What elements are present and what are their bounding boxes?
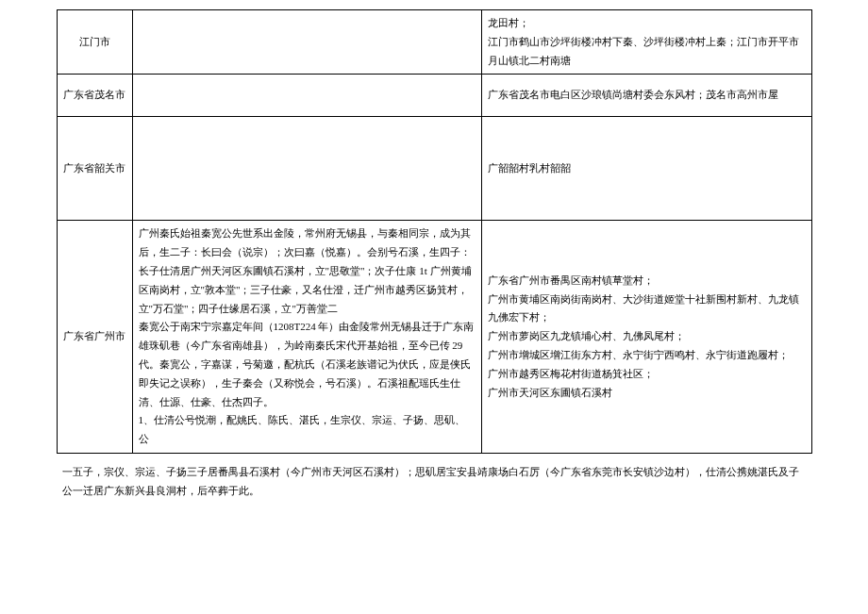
distribution-cell: 广东省茂名市电白区沙琅镇尚塘村委会东风村；茂名市高州市屋 [481,75,811,117]
distribution-cell: 广东省广州市番禺区南村镇草堂村；广州市黄埔区南岗街南岗村、大沙街道姬堂十社新围村… [481,221,811,454]
history-cell [132,10,481,75]
history-cell [132,75,481,117]
region-cell: 江门市 [57,10,132,75]
table-row: 广东省广州市 广州秦氏始祖秦宽公先世系出金陵，常州府无锡县，与秦相同宗，成为其后… [57,221,811,454]
genealogy-table: 江门市 龙田村；江门市鹤山市沙坪街楼冲村下秦、沙坪街楼冲村上秦；江门市开平市月山… [57,9,812,454]
region-cell: 广东省茂名市 [57,75,132,117]
table-row: 广东省韶关市 广韶韶村乳村韶韶 [57,117,811,221]
table-row: 广东省茂名市 广东省茂名市电白区沙琅镇尚塘村委会东风村；茂名市高州市屋 [57,75,811,117]
footer-paragraph: 一五子，宗仪、宗运、子扬三子居番禺县石溪村（今广州市天河区石溪村）；思矶居宝安县… [57,463,811,501]
history-cell: 广州秦氏始祖秦宽公先世系出金陵，常州府无锡县，与秦相同宗，成为其后，生二子：长曰… [132,221,481,454]
history-cell [132,117,481,221]
region-cell: 广东省广州市 [57,221,132,454]
distribution-cell: 广韶韶村乳村韶韶 [481,117,811,221]
distribution-cell: 龙田村；江门市鹤山市沙坪街楼冲村下秦、沙坪街楼冲村上秦；江门市开平市月山镇北二村… [481,10,811,75]
region-cell: 广东省韶关市 [57,117,132,221]
table-row: 江门市 龙田村；江门市鹤山市沙坪街楼冲村下秦、沙坪街楼冲村上秦；江门市开平市月山… [57,10,811,75]
